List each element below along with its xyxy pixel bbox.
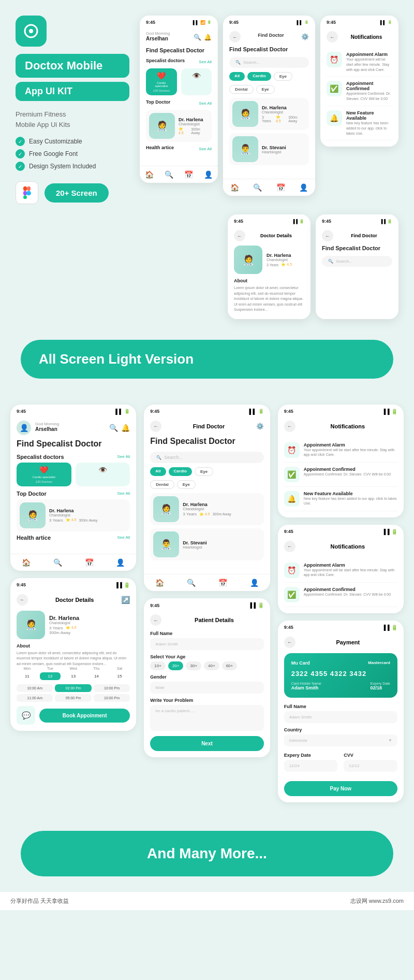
home-see-all-2[interactable]: See All xyxy=(117,491,130,496)
date-14[interactable]: 14 xyxy=(86,672,107,680)
see-all-articles[interactable]: See All xyxy=(199,147,212,151)
share-icon-dd[interactable]: ↗️ xyxy=(121,596,130,604)
age-60[interactable]: 60+ xyxy=(222,661,238,670)
back-arrow-find[interactable]: ← xyxy=(229,31,241,42)
search-icon[interactable]: 🔍 xyxy=(194,34,201,41)
fd-doctor-card-2[interactable]: 👨‍⚕️ Dr. Stevani Heartologist xyxy=(150,528,263,560)
home-see-all-1[interactable]: See All xyxy=(117,454,130,459)
home-cat-eye[interactable]: 👁️ xyxy=(76,463,130,486)
time-0200pm[interactable]: 02:00 Pm xyxy=(55,684,91,692)
chip-eye[interactable]: Eye xyxy=(274,72,292,81)
time-0500pm[interactable]: 05:00 Pm xyxy=(55,694,91,702)
fd-nav-title-main: Find Doctor xyxy=(165,423,253,429)
notif-time-main: 9:45 xyxy=(284,409,293,414)
date-13[interactable]: 13 xyxy=(63,672,84,680)
search-bar-find[interactable]: 🔍 Search... xyxy=(229,57,309,68)
back-arrow-fd2[interactable]: ← xyxy=(322,230,333,241)
age-20[interactable]: 20+ xyxy=(168,661,184,670)
time-0300pm[interactable]: 10:00 Pm xyxy=(94,684,130,692)
pay-exp-date-input[interactable]: 12/24 xyxy=(284,760,338,772)
see-all-specialist[interactable]: See All xyxy=(199,60,212,64)
chip-all[interactable]: All xyxy=(229,72,245,81)
phone-doctor-details-sm: 9:45 ▌▌🔋 ← Doctor Details 🧑‍⚕️ Dr. Harle… xyxy=(228,214,310,319)
home-see-all-3[interactable]: See All xyxy=(117,535,130,540)
nav-calendar-icon[interactable]: 📅 xyxy=(184,170,193,179)
pd-header-row: ← Patient Details xyxy=(150,614,263,626)
nav-home-fd[interactable]: 🏠 xyxy=(155,579,164,587)
age-40[interactable]: 40+ xyxy=(204,661,219,670)
chip-all-main[interactable]: All xyxy=(150,467,166,476)
chat-icon-book[interactable]: 💬 xyxy=(17,706,35,725)
home-doctor-card-main[interactable]: 🧑‍⚕️ Dr. Harlena Chandologist 3 Years ⭐ … xyxy=(17,499,130,531)
problem-input[interactable]: Im a cardio patient..... xyxy=(150,705,263,731)
phone-find-doctor-preview: 9:45 ▌▌ 🔋 ← Find Doctor ⚙️ Find Specalis… xyxy=(223,16,315,196)
nav-cal-main[interactable]: 📅 xyxy=(85,558,94,567)
back-arrow-notif[interactable]: ← xyxy=(327,31,338,42)
nav-profile-find[interactable]: 👤 xyxy=(299,183,308,192)
search-icon-find: 🔍 xyxy=(235,60,241,65)
nav-search-fd[interactable]: 🔍 xyxy=(187,579,196,587)
nav-cal-find[interactable]: 📅 xyxy=(276,183,285,192)
next-btn[interactable]: Next xyxy=(150,736,263,751)
time-1000am[interactable]: 10:00 Am xyxy=(17,684,53,692)
chip-dental-main[interactable]: Dental xyxy=(150,480,174,489)
filter-icon[interactable]: ⚙️ xyxy=(301,33,309,40)
nav-home-main[interactable]: 🏠 xyxy=(22,558,31,567)
nav-profile-main[interactable]: 👤 xyxy=(116,558,125,567)
back-arrow-dd-sm[interactable]: ← xyxy=(234,230,245,241)
date-12[interactable]: 12 xyxy=(40,672,61,680)
nav-search-main[interactable]: 🔍 xyxy=(53,558,62,567)
nav-search-find[interactable]: 🔍 xyxy=(253,183,262,192)
nav-cal-fd[interactable]: 📅 xyxy=(218,579,227,587)
doctor-card-1-find[interactable]: 🧑‍⚕️ Dr. Harlena Chandologist 3 Years ⭐ … xyxy=(229,98,309,130)
see-all-doctors[interactable]: See All xyxy=(199,101,212,106)
pay-now-btn[interactable]: Pay Now xyxy=(284,781,397,796)
alarm-icon-main-1: ⏰ xyxy=(284,442,300,458)
nav-search-icon[interactable]: 🔍 xyxy=(165,170,173,179)
watermark-left: 分享好作品 天天拿收益 xyxy=(10,897,69,905)
pay-country-input[interactable]: Indonesia ▼ xyxy=(284,734,397,746)
chip-cardio[interactable]: Cardio xyxy=(247,72,271,81)
nav-home-icon[interactable]: 🏠 xyxy=(145,170,154,179)
age-30[interactable]: 30+ xyxy=(186,661,201,670)
time-1000pm[interactable]: 10:00 Pm xyxy=(94,694,130,702)
pay-full-name-input[interactable]: Adam Smith xyxy=(284,711,397,723)
chip-cardio-main[interactable]: Cardio xyxy=(169,467,192,476)
date-11[interactable]: 11 xyxy=(17,672,38,680)
back-arrow-pay[interactable]: ← xyxy=(284,637,295,648)
bell-icon[interactable]: 🔔 xyxy=(204,34,212,41)
cat-eye[interactable]: 👁️ xyxy=(181,68,212,95)
age-10[interactable]: 10+ xyxy=(150,661,166,670)
search-icon-home[interactable]: 🔍 xyxy=(109,424,118,432)
search-bar-fd2[interactable]: 🔍 Search... xyxy=(322,256,392,267)
search-bar-main[interactable]: 🔍 Search... xyxy=(150,452,263,463)
nav-home-find[interactable]: 🏠 xyxy=(230,183,239,192)
pay-cvv-input[interactable]: 12/12 xyxy=(344,760,397,772)
back-arrow-fd-main[interactable]: ← xyxy=(150,421,161,432)
back-arrow-dd[interactable]: ← xyxy=(17,594,28,606)
back-arrow-pd[interactable]: ← xyxy=(150,614,161,626)
cat-cardio[interactable]: ❤️ Cardiospecialist 120 Doctors xyxy=(146,68,177,95)
filter-icon-main[interactable]: ⚙️ xyxy=(256,423,264,430)
chip-eye-main[interactable]: Eye xyxy=(195,467,213,476)
doctor-card-home[interactable]: 🧑‍⚕️ Dr. Harlena Chandologist ⭐ 4.5 300m… xyxy=(146,110,212,142)
screen-count-button[interactable]: 20+ Screen xyxy=(45,183,109,203)
back-arrow-notif-main[interactable]: ← xyxy=(284,421,295,432)
fd-doctor-card-1[interactable]: 🧑‍⚕️ Dr. Harlena Chandologist 3 Years ⭐ … xyxy=(150,493,263,525)
full-name-input[interactable]: Adam Smith xyxy=(150,638,263,650)
bell-icon-home[interactable]: 🔔 xyxy=(121,424,130,432)
dd-meta: 3 Years ⭐ 4.5 xyxy=(49,626,79,630)
chip-eye2[interactable]: Eye xyxy=(256,85,275,94)
doctor-card-2-find[interactable]: 👨‍⚕️ Dr. Stevani Heartologist xyxy=(229,133,309,165)
gender-input[interactable]: Male xyxy=(150,682,263,694)
date-15[interactable]: 15 xyxy=(109,672,130,680)
nav-profile-fd[interactable]: 👤 xyxy=(250,579,259,587)
time-1100am[interactable]: 11:00 Am xyxy=(17,694,53,702)
nav-profile-icon[interactable]: 👤 xyxy=(204,170,213,179)
phone-header-3: 9:45 ▌▌ 🔋 xyxy=(320,16,398,27)
home-cat-cardio[interactable]: ❤️ Cardio specialist 120 Doctors xyxy=(17,463,71,486)
back-arrow-notif2[interactable]: ← xyxy=(284,541,295,552)
book-appointment-btn[interactable]: Book Appoinment xyxy=(39,709,130,723)
chip-eye2-main[interactable]: Eye xyxy=(177,480,196,489)
chip-dental[interactable]: Dental xyxy=(229,85,253,94)
